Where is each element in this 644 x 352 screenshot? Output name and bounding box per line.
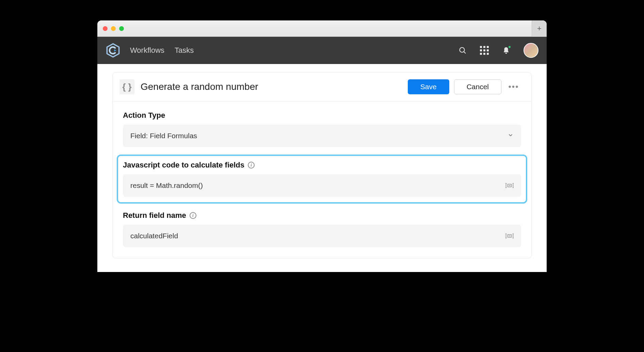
page-content: { } Generate a random number Save Cancel… xyxy=(97,64,547,272)
notifications-icon[interactable] xyxy=(502,46,511,55)
insert-variable-icon[interactable] xyxy=(505,233,514,239)
search-icon[interactable] xyxy=(458,46,467,55)
card-actions: Save Cancel ••• xyxy=(408,79,521,94)
svg-marker-1 xyxy=(114,49,116,51)
nav-workflows[interactable]: Workflows xyxy=(130,46,164,55)
app-logo-icon[interactable] xyxy=(106,43,120,58)
return-field-label-text: Return field name xyxy=(123,211,186,220)
info-icon[interactable]: i xyxy=(248,162,255,169)
close-window-button[interactable] xyxy=(103,26,108,31)
plus-icon: + xyxy=(537,24,542,33)
window-titlebar: + xyxy=(97,20,547,37)
action-type-select[interactable]: Field: Field Formulas xyxy=(123,125,521,147)
card-body: Action Type Field: Field Formulas Javasc… xyxy=(113,101,531,258)
apps-icon[interactable] xyxy=(480,46,489,55)
return-field-section: Return field name i calculatedField xyxy=(123,211,521,247)
app-topbar: Workflows Tasks xyxy=(97,37,547,64)
topbar-icons xyxy=(458,43,538,58)
nav-links: Workflows Tasks xyxy=(130,46,194,55)
card-title: Generate a random number xyxy=(141,81,258,92)
braces-icon: { } xyxy=(119,79,134,94)
maximize-window-button[interactable] xyxy=(119,26,124,31)
new-tab-button[interactable]: + xyxy=(532,20,547,37)
js-code-highlighted-section: Javascript code to calculate fields i re… xyxy=(117,155,527,204)
js-code-value: result = Math.random() xyxy=(130,181,203,190)
info-icon[interactable]: i xyxy=(190,212,196,219)
chevron-down-icon xyxy=(508,132,514,140)
traffic-lights xyxy=(103,26,124,31)
nav-tasks[interactable]: Tasks xyxy=(175,46,194,55)
js-code-label: Javascript code to calculate fields i xyxy=(123,161,521,170)
js-code-input[interactable]: result = Math.random() xyxy=(123,174,521,197)
minimize-window-button[interactable] xyxy=(111,26,116,31)
notification-badge xyxy=(508,45,511,49)
avatar[interactable] xyxy=(524,43,538,58)
action-type-label: Action Type xyxy=(123,111,521,120)
action-type-value: Field: Field Formulas xyxy=(130,132,197,140)
card-header: { } Generate a random number Save Cancel… xyxy=(113,73,531,101)
svg-point-2 xyxy=(460,48,465,52)
more-options-button[interactable]: ••• xyxy=(506,79,521,94)
return-field-input[interactable]: calculatedField xyxy=(123,225,521,247)
svg-line-3 xyxy=(464,52,466,53)
js-code-label-text: Javascript code to calculate fields xyxy=(123,161,244,170)
return-field-label: Return field name i xyxy=(123,211,521,220)
cancel-button[interactable]: Cancel xyxy=(454,79,501,94)
action-type-section: Action Type Field: Field Formulas xyxy=(123,111,521,147)
return-field-value: calculatedField xyxy=(130,232,178,240)
insert-variable-icon[interactable] xyxy=(505,182,514,189)
action-config-card: { } Generate a random number Save Cancel… xyxy=(112,72,532,258)
save-button[interactable]: Save xyxy=(408,79,449,94)
app-window: + Workflows Tasks xyxy=(97,20,547,272)
